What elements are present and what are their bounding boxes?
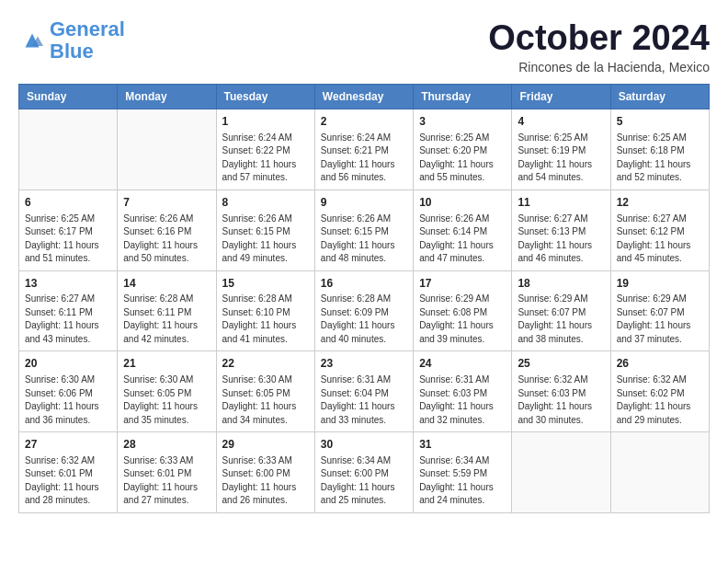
calendar-cell: 14Sunrise: 6:28 AM Sunset: 6:11 PM Dayli… — [118, 270, 216, 351]
day-number: 6 — [25, 195, 111, 211]
day-info: Sunrise: 6:30 AM Sunset: 6:05 PM Dayligh… — [222, 373, 309, 427]
calendar-cell: 9Sunrise: 6:26 AM Sunset: 6:15 PM Daylig… — [314, 190, 413, 270]
day-info: Sunrise: 6:25 AM Sunset: 6:19 PM Dayligh… — [518, 132, 604, 185]
day-number: 2 — [321, 114, 407, 130]
day-number: 29 — [222, 437, 309, 453]
day-header-friday: Friday — [512, 85, 610, 109]
day-number: 14 — [123, 276, 210, 292]
day-number: 7 — [123, 195, 210, 211]
day-number: 26 — [617, 356, 703, 372]
calendar-week-3: 13Sunrise: 6:27 AM Sunset: 6:11 PM Dayli… — [19, 270, 710, 351]
logo: General Blue — [18, 18, 125, 63]
logo-icon — [18, 27, 46, 54]
day-info: Sunrise: 6:24 AM Sunset: 6:22 PM Dayligh… — [222, 132, 309, 185]
day-header-monday: Monday — [118, 85, 216, 109]
calendar-cell: 23Sunrise: 6:31 AM Sunset: 6:04 PM Dayli… — [314, 351, 413, 432]
day-number: 25 — [518, 356, 604, 372]
calendar-cell: 24Sunrise: 6:31 AM Sunset: 6:03 PM Dayli… — [414, 351, 512, 432]
calendar-cell: 29Sunrise: 6:33 AM Sunset: 6:00 PM Dayli… — [216, 432, 314, 513]
day-info: Sunrise: 6:25 AM Sunset: 6:17 PM Dayligh… — [25, 213, 111, 266]
calendar-cell: 13Sunrise: 6:27 AM Sunset: 6:11 PM Dayli… — [19, 270, 118, 351]
day-info: Sunrise: 6:29 AM Sunset: 6:07 PM Dayligh… — [518, 293, 604, 346]
day-info: Sunrise: 6:27 AM Sunset: 6:12 PM Dayligh… — [617, 213, 703, 266]
calendar-cell: 6Sunrise: 6:25 AM Sunset: 6:17 PM Daylig… — [19, 190, 118, 270]
day-number: 13 — [25, 276, 111, 292]
calendar-cell: 31Sunrise: 6:34 AM Sunset: 5:59 PM Dayli… — [414, 432, 512, 513]
day-number: 16 — [321, 276, 407, 292]
calendar-cell: 5Sunrise: 6:25 AM Sunset: 6:18 PM Daylig… — [610, 109, 709, 190]
calendar-header-row: SundayMondayTuesdayWednesdayThursdayFrid… — [19, 85, 710, 109]
calendar-cell: 30Sunrise: 6:34 AM Sunset: 6:00 PM Dayli… — [314, 432, 413, 513]
calendar-cell: 18Sunrise: 6:29 AM Sunset: 6:07 PM Dayli… — [512, 270, 610, 351]
calendar-cell — [610, 432, 709, 513]
day-header-tuesday: Tuesday — [216, 85, 314, 109]
day-info: Sunrise: 6:29 AM Sunset: 6:08 PM Dayligh… — [419, 293, 506, 346]
day-info: Sunrise: 6:30 AM Sunset: 6:05 PM Dayligh… — [123, 373, 210, 427]
day-number: 5 — [617, 114, 703, 130]
day-header-sunday: Sunday — [19, 85, 118, 109]
day-info: Sunrise: 6:31 AM Sunset: 6:03 PM Dayligh… — [419, 373, 506, 427]
calendar-cell: 28Sunrise: 6:33 AM Sunset: 6:01 PM Dayli… — [118, 432, 216, 513]
day-header-thursday: Thursday — [414, 85, 512, 109]
title-block: October 2024 Rincones de la Hacienda, Me… — [488, 18, 710, 75]
day-number: 23 — [321, 356, 407, 372]
calendar-cell: 17Sunrise: 6:29 AM Sunset: 6:08 PM Dayli… — [414, 270, 512, 351]
day-number: 30 — [321, 437, 407, 453]
day-info: Sunrise: 6:32 AM Sunset: 6:01 PM Dayligh… — [25, 454, 111, 508]
page-header: General Blue October 2024 Rincones de la… — [18, 18, 710, 75]
calendar-cell: 21Sunrise: 6:30 AM Sunset: 6:05 PM Dayli… — [118, 351, 216, 432]
calendar-week-1: 1Sunrise: 6:24 AM Sunset: 6:22 PM Daylig… — [19, 109, 710, 190]
day-info: Sunrise: 6:34 AM Sunset: 6:00 PM Dayligh… — [321, 454, 407, 508]
day-number: 1 — [222, 114, 309, 130]
day-number: 18 — [518, 276, 604, 292]
calendar-cell: 8Sunrise: 6:26 AM Sunset: 6:15 PM Daylig… — [216, 190, 314, 270]
day-number: 22 — [222, 356, 309, 372]
day-number: 8 — [222, 195, 309, 211]
calendar-cell: 22Sunrise: 6:30 AM Sunset: 6:05 PM Dayli… — [216, 351, 314, 432]
calendar-cell: 1Sunrise: 6:24 AM Sunset: 6:22 PM Daylig… — [216, 109, 314, 190]
day-number: 4 — [518, 114, 604, 130]
day-number: 21 — [123, 356, 210, 372]
calendar-cell — [118, 109, 216, 190]
calendar-cell: 12Sunrise: 6:27 AM Sunset: 6:12 PM Dayli… — [610, 190, 709, 270]
calendar-cell: 20Sunrise: 6:30 AM Sunset: 6:06 PM Dayli… — [19, 351, 118, 432]
calendar-cell: 2Sunrise: 6:24 AM Sunset: 6:21 PM Daylig… — [314, 109, 413, 190]
day-number: 20 — [25, 356, 111, 372]
calendar-cell: 4Sunrise: 6:25 AM Sunset: 6:19 PM Daylig… — [512, 109, 610, 190]
calendar-cell: 16Sunrise: 6:28 AM Sunset: 6:09 PM Dayli… — [314, 270, 413, 351]
day-number: 10 — [419, 195, 506, 211]
day-number: 19 — [617, 276, 703, 292]
calendar-cell: 7Sunrise: 6:26 AM Sunset: 6:16 PM Daylig… — [118, 190, 216, 270]
month-title: October 2024 — [488, 18, 710, 58]
day-info: Sunrise: 6:32 AM Sunset: 6:03 PM Dayligh… — [518, 373, 604, 427]
day-info: Sunrise: 6:26 AM Sunset: 6:16 PM Dayligh… — [123, 213, 210, 266]
day-info: Sunrise: 6:30 AM Sunset: 6:06 PM Dayligh… — [25, 373, 111, 427]
subtitle: Rincones de la Hacienda, Mexico — [488, 60, 710, 75]
calendar-cell: 27Sunrise: 6:32 AM Sunset: 6:01 PM Dayli… — [19, 432, 118, 513]
day-info: Sunrise: 6:26 AM Sunset: 6:15 PM Dayligh… — [321, 213, 407, 266]
day-info: Sunrise: 6:26 AM Sunset: 6:15 PM Dayligh… — [222, 213, 309, 266]
day-number: 12 — [617, 195, 703, 211]
day-number: 31 — [419, 437, 506, 453]
calendar-cell: 10Sunrise: 6:26 AM Sunset: 6:14 PM Dayli… — [414, 190, 512, 270]
day-number: 17 — [419, 276, 506, 292]
day-info: Sunrise: 6:27 AM Sunset: 6:13 PM Dayligh… — [518, 213, 604, 266]
calendar-cell — [512, 432, 610, 513]
day-info: Sunrise: 6:32 AM Sunset: 6:02 PM Dayligh… — [617, 373, 703, 427]
day-number: 11 — [518, 195, 604, 211]
day-info: Sunrise: 6:26 AM Sunset: 6:14 PM Dayligh… — [419, 213, 506, 266]
day-info: Sunrise: 6:33 AM Sunset: 6:01 PM Dayligh… — [123, 454, 210, 508]
day-info: Sunrise: 6:25 AM Sunset: 6:18 PM Dayligh… — [617, 132, 703, 185]
day-number: 28 — [123, 437, 210, 453]
calendar-week-2: 6Sunrise: 6:25 AM Sunset: 6:17 PM Daylig… — [19, 190, 710, 270]
day-info: Sunrise: 6:28 AM Sunset: 6:11 PM Dayligh… — [123, 293, 210, 346]
day-info: Sunrise: 6:34 AM Sunset: 5:59 PM Dayligh… — [419, 454, 506, 508]
day-header-saturday: Saturday — [610, 85, 709, 109]
calendar-week-4: 20Sunrise: 6:30 AM Sunset: 6:06 PM Dayli… — [19, 351, 710, 432]
day-info: Sunrise: 6:27 AM Sunset: 6:11 PM Dayligh… — [25, 293, 111, 346]
day-info: Sunrise: 6:31 AM Sunset: 6:04 PM Dayligh… — [321, 373, 407, 427]
day-info: Sunrise: 6:33 AM Sunset: 6:00 PM Dayligh… — [222, 454, 309, 508]
calendar-cell: 3Sunrise: 6:25 AM Sunset: 6:20 PM Daylig… — [414, 109, 512, 190]
day-info: Sunrise: 6:24 AM Sunset: 6:21 PM Dayligh… — [321, 132, 407, 185]
day-number: 9 — [321, 195, 407, 211]
